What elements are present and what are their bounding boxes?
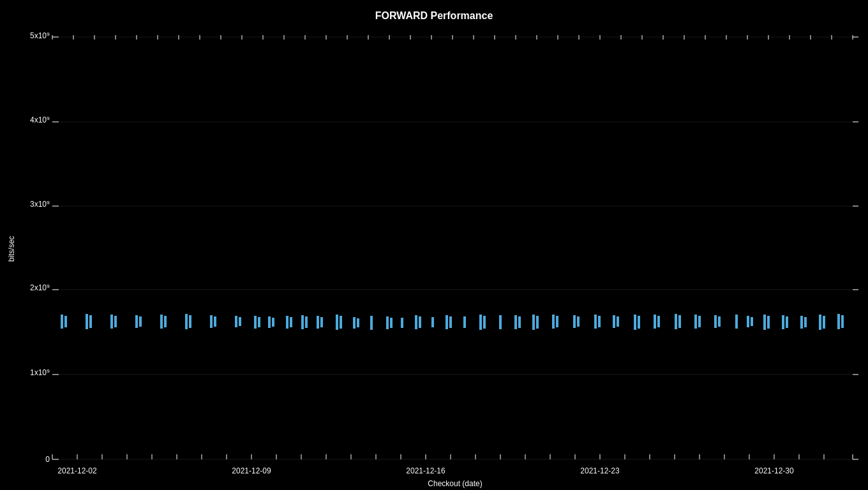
data-bar xyxy=(654,315,656,329)
data-bar xyxy=(419,316,421,328)
data-bar xyxy=(638,316,640,329)
y-tick-1e9: 1x10⁹ xyxy=(30,368,50,377)
data-bar xyxy=(823,316,825,329)
data-bar xyxy=(353,317,355,329)
data-bar xyxy=(613,315,615,328)
y-tick-0: 0 xyxy=(45,455,50,464)
data-bar xyxy=(290,317,292,327)
data-bar xyxy=(301,315,304,329)
data-bar xyxy=(751,317,753,326)
data-bar xyxy=(160,315,163,329)
data-bar xyxy=(86,314,88,329)
data-bar xyxy=(390,318,393,328)
x-tick-dec30: 2021-12-30 xyxy=(754,466,794,475)
y-tick-5e9: 5x10⁹ xyxy=(30,31,50,40)
data-bar xyxy=(235,316,237,327)
x-tick-dec23: 2021-12-23 xyxy=(580,466,620,475)
x-axis-label: Checkout (date) xyxy=(428,479,482,488)
data-bar xyxy=(185,314,188,329)
data-bar xyxy=(786,316,788,328)
data-bar xyxy=(189,315,191,328)
data-bar xyxy=(767,316,770,329)
data-bar xyxy=(594,315,597,329)
data-bar xyxy=(694,315,697,329)
data-bar xyxy=(483,316,486,329)
data-bar xyxy=(445,315,448,329)
data-bar xyxy=(463,316,466,328)
data-bar xyxy=(800,316,803,329)
data-bar xyxy=(386,316,389,329)
data-bar xyxy=(431,317,434,327)
data-bar xyxy=(210,315,213,328)
x-tick-dec16: 2021-12-16 xyxy=(406,466,445,475)
data-bar xyxy=(714,315,717,328)
data-bar xyxy=(272,318,274,327)
data-bar xyxy=(239,317,241,326)
y-axis-label: bits/sec xyxy=(7,236,16,262)
data-bar xyxy=(577,316,580,327)
data-bar xyxy=(401,318,403,328)
data-bar xyxy=(675,314,677,329)
data-bar xyxy=(479,315,482,330)
data-bar xyxy=(514,315,517,329)
data-bar xyxy=(110,315,113,329)
data-bar xyxy=(598,316,601,327)
data-bar xyxy=(449,316,452,328)
x-tick-dec09: 2021-12-09 xyxy=(232,466,271,475)
data-bar xyxy=(763,315,766,330)
data-bar xyxy=(698,316,701,327)
data-bar xyxy=(819,315,821,330)
data-bar xyxy=(317,316,319,329)
y-tick-4e9: 4x10⁹ xyxy=(30,115,50,124)
data-bar xyxy=(89,315,92,328)
data-bar xyxy=(61,315,63,329)
data-bar xyxy=(735,315,738,329)
y-tick-2e9: 2x10⁹ xyxy=(30,283,50,292)
data-bar xyxy=(340,316,342,329)
data-bar xyxy=(268,316,271,328)
data-bar xyxy=(518,316,521,328)
data-bar xyxy=(214,316,216,327)
data-bar xyxy=(254,316,257,329)
data-bar xyxy=(634,315,636,330)
data-bar xyxy=(320,317,323,327)
data-bar xyxy=(164,316,167,327)
data-bar xyxy=(139,316,142,327)
y-tick-3e9: 3x10⁹ xyxy=(30,200,50,209)
data-bar xyxy=(678,315,681,328)
data-bar xyxy=(536,316,539,329)
data-bar xyxy=(532,315,535,330)
data-bar xyxy=(837,314,840,329)
data-bar xyxy=(114,316,117,327)
data-bar xyxy=(64,316,67,327)
data-bar xyxy=(357,318,359,327)
data-bar xyxy=(782,315,784,329)
data-bar xyxy=(657,316,660,327)
data-bar xyxy=(804,317,807,327)
data-bar xyxy=(718,316,721,327)
data-bar xyxy=(747,316,749,327)
data-bar xyxy=(552,315,555,329)
data-bar xyxy=(556,316,558,327)
data-bar xyxy=(135,315,138,328)
data-bar xyxy=(617,316,619,327)
data-bar xyxy=(305,316,308,328)
data-bar xyxy=(286,316,288,329)
data-bar xyxy=(370,316,373,330)
data-bar xyxy=(841,315,844,328)
chart-svg: bits/sec 0 1x10⁹ 2x10⁹ 3x10⁹ 4x10⁹ 5x10⁹ xyxy=(0,0,868,490)
x-tick-dec02: 2021-12-02 xyxy=(57,466,97,475)
data-bar xyxy=(573,315,576,328)
data-bar xyxy=(499,315,502,329)
chart-container: FORWARD Performance bits/sec 0 1x10⁹ 2x1… xyxy=(0,0,868,490)
data-bar xyxy=(336,315,338,330)
data-bar xyxy=(258,317,260,327)
data-bar xyxy=(415,315,417,329)
